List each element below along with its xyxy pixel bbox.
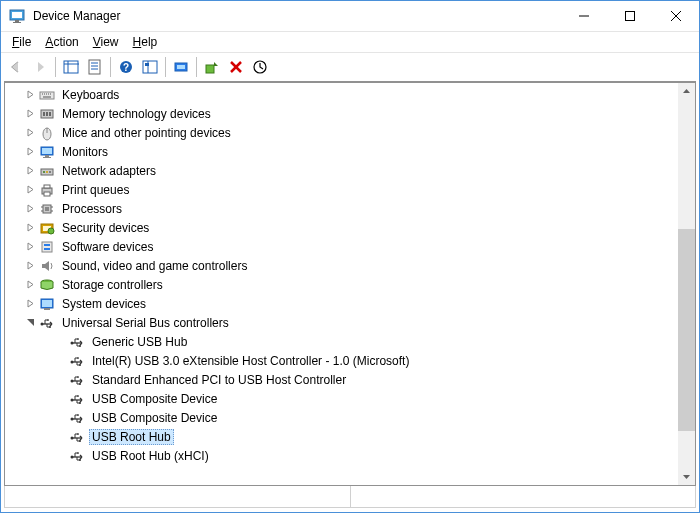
- enable-device-button[interactable]: [201, 56, 223, 78]
- action-icon-button[interactable]: [139, 56, 161, 78]
- keyboard-icon: [39, 87, 55, 103]
- tree-category-row[interactable]: Storage controllers: [9, 275, 678, 294]
- usb-icon: [69, 372, 85, 388]
- menu-action[interactable]: Action: [38, 34, 85, 50]
- tree-panel: Keyboards Memory technology devices Mice…: [4, 82, 696, 486]
- tree-category-row[interactable]: Sound, video and game controllers: [9, 256, 678, 275]
- security-icon: [39, 220, 55, 236]
- monitor-icon: [39, 144, 55, 160]
- storage-icon: [39, 277, 55, 293]
- maximize-button[interactable]: [607, 1, 653, 31]
- vertical-scrollbar[interactable]: [678, 83, 695, 485]
- mouse-icon: [39, 125, 55, 141]
- back-button[interactable]: [5, 56, 27, 78]
- tree-device-label: USB Root Hub (xHCI): [89, 448, 212, 464]
- usb-icon: [69, 429, 85, 445]
- expand-icon[interactable]: [23, 145, 37, 159]
- tree-category-row[interactable]: Processors: [9, 199, 678, 218]
- scroll-thumb[interactable]: [678, 229, 695, 431]
- tree-category-row[interactable]: Universal Serial Bus controllers: [9, 313, 678, 332]
- menu-file[interactable]: File: [5, 34, 38, 50]
- tree-category-row[interactable]: Print queues: [9, 180, 678, 199]
- uninstall-device-button[interactable]: [225, 56, 247, 78]
- svg-rect-2: [15, 20, 19, 22]
- svg-text:?: ?: [123, 62, 129, 73]
- tree-device-row[interactable]: USB Composite Device: [9, 389, 678, 408]
- expand-icon[interactable]: [23, 221, 37, 235]
- tree-category-label: Software devices: [59, 239, 156, 255]
- tree-category-row[interactable]: System devices: [9, 294, 678, 313]
- tree-device-row[interactable]: USB Root Hub: [9, 427, 678, 446]
- menu-view[interactable]: View: [86, 34, 126, 50]
- tree-category-label: Sound, video and game controllers: [59, 258, 250, 274]
- properties-button[interactable]: [84, 56, 106, 78]
- tree-device-row[interactable]: USB Root Hub (xHCI): [9, 446, 678, 465]
- expand-icon[interactable]: [23, 107, 37, 121]
- tree-category-label: Processors: [59, 201, 125, 217]
- tree-category-row[interactable]: Network adapters: [9, 161, 678, 180]
- tree-category-label: Print queues: [59, 182, 132, 198]
- tree-category-row[interactable]: Monitors: [9, 142, 678, 161]
- tree-category-label: Memory technology devices: [59, 106, 214, 122]
- svg-rect-3: [13, 22, 21, 23]
- tree-category-label: Mice and other pointing devices: [59, 125, 234, 141]
- tree-category-row[interactable]: Mice and other pointing devices: [9, 123, 678, 142]
- expand-icon[interactable]: [23, 126, 37, 140]
- software-icon: [39, 239, 55, 255]
- device-tree[interactable]: Keyboards Memory technology devices Mice…: [5, 83, 678, 485]
- device-manager-window: Device Manager File Action View Help: [0, 0, 700, 513]
- tree-device-label: Standard Enhanced PCI to USB Host Contro…: [89, 372, 349, 388]
- system-icon: [39, 296, 55, 312]
- close-button[interactable]: [653, 1, 699, 31]
- tree-device-row[interactable]: Intel(R) USB 3.0 eXtensible Host Control…: [9, 351, 678, 370]
- status-cell: [5, 486, 351, 507]
- expand-icon[interactable]: [23, 259, 37, 273]
- collapse-icon[interactable]: [23, 316, 37, 330]
- svg-rect-11: [89, 60, 100, 74]
- cpu-icon: [39, 201, 55, 217]
- expand-icon[interactable]: [23, 88, 37, 102]
- minimize-button[interactable]: [561, 1, 607, 31]
- toolbar-separator: [165, 57, 166, 77]
- expand-icon[interactable]: [23, 202, 37, 216]
- tree-category-row[interactable]: Security devices: [9, 218, 678, 237]
- tree-device-label: USB Composite Device: [89, 391, 220, 407]
- scan-hardware-button[interactable]: [170, 56, 192, 78]
- expand-icon[interactable]: [23, 278, 37, 292]
- tree-category-row[interactable]: Memory technology devices: [9, 104, 678, 123]
- usb-icon: [39, 315, 55, 331]
- tree-category-row[interactable]: Keyboards: [9, 85, 678, 104]
- scroll-track[interactable]: [678, 100, 695, 468]
- titlebar: Device Manager: [1, 1, 699, 32]
- tree-category-label: Monitors: [59, 144, 111, 160]
- tree-device-row[interactable]: Standard Enhanced PCI to USB Host Contro…: [9, 370, 678, 389]
- expand-icon[interactable]: [23, 297, 37, 311]
- status-cell: [351, 486, 696, 507]
- status-bar: [4, 486, 696, 508]
- scroll-down-button[interactable]: [678, 468, 695, 485]
- app-icon: [9, 8, 25, 24]
- menubar: File Action View Help: [1, 32, 699, 53]
- update-driver-button[interactable]: [249, 56, 271, 78]
- toolbar-separator: [110, 57, 111, 77]
- tree-device-label: USB Root Hub: [89, 429, 174, 445]
- usb-icon: [69, 334, 85, 350]
- tree-category-row[interactable]: Software devices: [9, 237, 678, 256]
- forward-button[interactable]: [29, 56, 51, 78]
- sound-icon: [39, 258, 55, 274]
- tree-category-label: Security devices: [59, 220, 152, 236]
- expand-icon[interactable]: [23, 240, 37, 254]
- scroll-up-button[interactable]: [678, 83, 695, 100]
- toolbar-separator: [196, 57, 197, 77]
- expand-icon[interactable]: [23, 164, 37, 178]
- tree-device-row[interactable]: Generic USB Hub: [9, 332, 678, 351]
- printer-icon: [39, 182, 55, 198]
- expand-icon[interactable]: [23, 183, 37, 197]
- help-button[interactable]: ?: [115, 56, 137, 78]
- show-hide-tree-button[interactable]: [60, 56, 82, 78]
- content-area: Keyboards Memory technology devices Mice…: [4, 81, 696, 508]
- tree-device-row[interactable]: USB Composite Device: [9, 408, 678, 427]
- tree-category-label: Universal Serial Bus controllers: [59, 315, 232, 331]
- toolbar-separator: [55, 57, 56, 77]
- menu-help[interactable]: Help: [126, 34, 165, 50]
